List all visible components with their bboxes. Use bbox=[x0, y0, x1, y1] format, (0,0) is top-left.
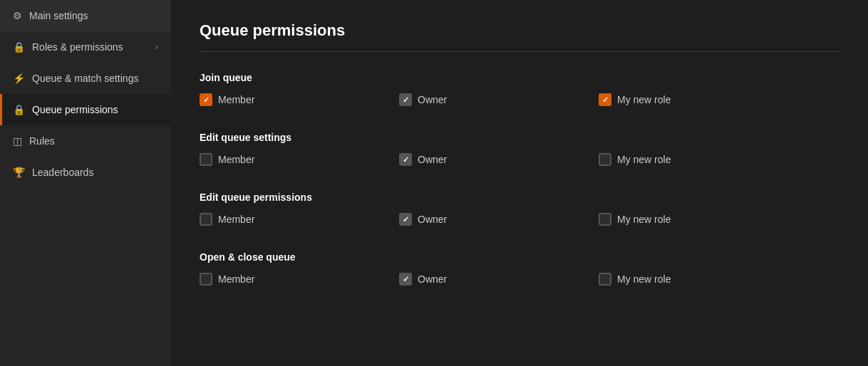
permission-section-edit-queue-permissions: Edit queue permissionsMember✓OwnerMy new… bbox=[200, 192, 839, 226]
checkmark-icon: ✓ bbox=[203, 96, 210, 104]
role-label-edit-queue-permissions-owner: Owner bbox=[418, 214, 447, 225]
checkbox-item-edit-queue-permissions-my-new-role[interactable]: My new role bbox=[599, 213, 798, 226]
page-title: Queue permissions bbox=[200, 21, 839, 40]
checkbox-item-open-close-queue-my-new-role[interactable]: My new role bbox=[599, 273, 798, 286]
permission-section-edit-queue-settings: Edit queue settingsMember✓OwnerMy new ro… bbox=[200, 132, 839, 166]
checkbox-row-edit-queue-settings: Member✓OwnerMy new role bbox=[200, 153, 839, 166]
checkbox-item-edit-queue-permissions-member[interactable]: Member bbox=[200, 213, 399, 226]
sidebar-item-label-leaderboards: Leaderboards bbox=[32, 167, 93, 178]
role-label-edit-queue-settings-owner: Owner bbox=[418, 154, 447, 165]
permission-section-join-queue: Join queue✓Member✓Owner✓My new role bbox=[200, 72, 839, 106]
sidebar-item-label-queue-match-settings: Queue & match settings bbox=[32, 73, 138, 84]
checkmark-icon: ✓ bbox=[403, 216, 409, 224]
section-label-edit-queue-permissions: Edit queue permissions bbox=[200, 192, 839, 203]
checkbox-join-queue-member[interactable]: ✓ bbox=[200, 93, 212, 106]
rules-icon: ◫ bbox=[13, 135, 22, 147]
checkbox-edit-queue-permissions-owner[interactable]: ✓ bbox=[399, 213, 412, 226]
checkbox-edit-queue-permissions-member[interactable] bbox=[200, 213, 212, 226]
checkbox-item-open-close-queue-owner[interactable]: ✓Owner bbox=[399, 273, 599, 286]
queue-permissions-icon: 🔒 bbox=[13, 104, 25, 115]
section-label-join-queue: Join queue bbox=[200, 72, 839, 83]
sidebar-item-queue-match-settings[interactable]: ⚡Queue & match settings bbox=[0, 63, 171, 94]
permission-section-open-close-queue: Open & close queueMember✓OwnerMy new rol… bbox=[200, 251, 839, 286]
checkbox-open-close-queue-owner[interactable]: ✓ bbox=[399, 273, 412, 286]
role-label-open-close-queue-my-new-role: My new role bbox=[617, 273, 671, 285]
checkbox-row-open-close-queue: Member✓OwnerMy new role bbox=[200, 273, 839, 286]
sidebar-item-label-main-settings: Main settings bbox=[29, 10, 88, 21]
checkbox-edit-queue-settings-owner[interactable]: ✓ bbox=[399, 153, 412, 166]
sidebar-item-main-settings[interactable]: ⚙Main settings bbox=[0, 0, 171, 31]
checkbox-item-edit-queue-permissions-owner[interactable]: ✓Owner bbox=[399, 213, 599, 226]
role-label-edit-queue-settings-my-new-role: My new role bbox=[617, 154, 671, 165]
checkbox-edit-queue-permissions-my-new-role[interactable] bbox=[599, 213, 611, 226]
checkbox-item-join-queue-owner[interactable]: ✓Owner bbox=[399, 93, 599, 106]
sidebar-item-rules[interactable]: ◫Rules bbox=[0, 125, 171, 157]
checkbox-item-join-queue-member[interactable]: ✓Member bbox=[200, 93, 399, 106]
checkmark-icon: ✓ bbox=[403, 276, 409, 283]
role-label-join-queue-member: Member bbox=[218, 94, 254, 105]
sidebar: ⚙Main settings🔒Roles & permissions›⚡Queu… bbox=[0, 0, 171, 366]
checkbox-edit-queue-settings-my-new-role[interactable] bbox=[599, 153, 611, 166]
checkbox-item-edit-queue-settings-owner[interactable]: ✓Owner bbox=[399, 153, 599, 166]
section-label-open-close-queue: Open & close queue bbox=[200, 251, 839, 263]
checkbox-item-edit-queue-settings-member[interactable]: Member bbox=[200, 153, 399, 166]
checkbox-join-queue-my-new-role[interactable]: ✓ bbox=[599, 93, 611, 106]
checkbox-row-edit-queue-permissions: Member✓OwnerMy new role bbox=[200, 213, 839, 226]
checkmark-icon: ✓ bbox=[602, 96, 609, 104]
checkbox-row-join-queue: ✓Member✓Owner✓My new role bbox=[200, 93, 839, 106]
checkmark-icon: ✓ bbox=[403, 156, 409, 164]
role-label-edit-queue-settings-member: Member bbox=[218, 154, 254, 165]
leaderboards-icon: 🏆 bbox=[13, 167, 25, 178]
sidebar-item-label-roles-permissions: Roles & permissions bbox=[32, 41, 123, 53]
sidebar-item-roles-permissions[interactable]: 🔒Roles & permissions› bbox=[0, 31, 171, 63]
role-label-open-close-queue-member: Member bbox=[218, 273, 254, 285]
sidebar-item-label-rules: Rules bbox=[29, 135, 55, 147]
checkbox-join-queue-owner[interactable]: ✓ bbox=[399, 93, 412, 106]
sidebar-item-leaderboards[interactable]: 🏆Leaderboards bbox=[0, 157, 171, 188]
role-label-edit-queue-permissions-my-new-role: My new role bbox=[617, 214, 671, 225]
role-label-join-queue-owner: Owner bbox=[418, 94, 447, 105]
roles-permissions-icon: 🔒 bbox=[13, 41, 25, 53]
section-label-edit-queue-settings: Edit queue settings bbox=[200, 132, 839, 143]
sidebar-item-queue-permissions[interactable]: 🔒Queue permissions bbox=[0, 94, 171, 125]
title-divider bbox=[200, 51, 839, 52]
role-label-edit-queue-permissions-member: Member bbox=[218, 214, 254, 225]
main-content: Queue permissions Join queue✓Member✓Owne… bbox=[171, 0, 868, 366]
checkbox-open-close-queue-my-new-role[interactable] bbox=[599, 273, 611, 286]
checkbox-edit-queue-settings-member[interactable] bbox=[200, 153, 212, 166]
main-settings-icon: ⚙ bbox=[13, 10, 22, 21]
role-label-open-close-queue-owner: Owner bbox=[418, 273, 447, 285]
checkmark-icon: ✓ bbox=[403, 96, 409, 104]
chevron-icon-roles-permissions: › bbox=[155, 42, 158, 52]
queue-match-settings-icon: ⚡ bbox=[13, 73, 25, 84]
sidebar-item-label-queue-permissions: Queue permissions bbox=[32, 104, 118, 115]
role-label-join-queue-my-new-role: My new role bbox=[617, 94, 671, 105]
checkbox-item-edit-queue-settings-my-new-role[interactable]: My new role bbox=[599, 153, 798, 166]
checkbox-item-open-close-queue-member[interactable]: Member bbox=[200, 273, 399, 286]
checkbox-item-join-queue-my-new-role[interactable]: ✓My new role bbox=[599, 93, 798, 106]
permissions-sections: Join queue✓Member✓Owner✓My new roleEdit … bbox=[200, 72, 839, 286]
checkbox-open-close-queue-member[interactable] bbox=[200, 273, 212, 286]
